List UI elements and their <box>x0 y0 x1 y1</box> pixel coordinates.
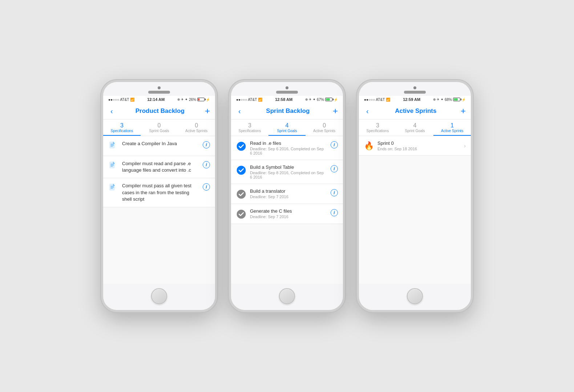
status-bar: ●●○○○ AT&T 📶 12:59 AM ⊕ ✈ ✦ 68% ⚡ <box>359 96 471 103</box>
wifi-icon: 📶 <box>130 98 134 102</box>
add-button[interactable]: + <box>461 106 466 116</box>
add-button[interactable]: + <box>205 106 210 116</box>
location-icon: ⊕ ✈ ✦ <box>305 98 316 101</box>
phone-top <box>231 82 343 96</box>
sprint-goals-count: 4 <box>270 122 304 129</box>
tab-specifications[interactable]: 3 Specifications <box>103 119 141 136</box>
home-button[interactable] <box>151 288 167 304</box>
sprint-text-block: Generate the C files Deadline: Sep 7 201… <box>250 208 327 219</box>
back-button[interactable]: ‹ <box>236 106 243 116</box>
content-area: Create a Compiler In Java i Compiler mus… <box>103 136 215 284</box>
info-button[interactable]: i <box>331 209 338 216</box>
back-button[interactable]: ‹ <box>364 106 371 116</box>
home-button[interactable] <box>407 288 423 304</box>
screen: ●●○○○ AT&T 📶 12:58 AM ⊕ ✈ ✦ 67% ⚡ ‹ Spri… <box>231 96 343 284</box>
tab-active-sprints[interactable]: 1 Active Sprints <box>433 119 471 136</box>
sprint-subtitle: Deadline: Sep 8 2016, Completed on Sep 6… <box>250 171 327 179</box>
sprint-title: Read in .e files <box>250 140 327 146</box>
phone-top <box>359 82 471 96</box>
incomplete-check-icon <box>236 209 246 219</box>
list-item: Create a Compiler In Java i <box>103 136 215 156</box>
item-text: Compiler must pass all given test cases … <box>122 183 199 203</box>
battery-percent: 67% <box>317 98 324 102</box>
battery-indicator <box>197 98 205 101</box>
status-right: ⊕ ✈ ✦ 68% ⚡ <box>433 98 466 102</box>
incomplete-check-icon <box>236 189 246 199</box>
tab-specifications[interactable]: 3 Specifications <box>231 119 268 136</box>
back-button[interactable]: ‹ <box>108 106 115 116</box>
info-button[interactable]: i <box>331 189 338 196</box>
info-button[interactable]: i <box>203 141 210 148</box>
doc-icon <box>108 141 118 151</box>
tab-sprint-goals[interactable]: 0 Sprint Goals <box>141 119 178 136</box>
info-button[interactable]: i <box>331 165 338 172</box>
status-right: ⊕ ✈ ✦ 26% ⚡ <box>177 98 210 102</box>
status-right: ⊕ ✈ ✦ 67% ⚡ <box>305 98 338 102</box>
sprint-goal-item: Build a translator Deadline: Sep 7 2016 … <box>231 184 343 204</box>
charging-icon: ⚡ <box>461 98 466 102</box>
phone-bottom <box>359 284 471 310</box>
time-display: 12:59 AM <box>403 97 420 102</box>
specifications-label: Specifications <box>233 129 267 133</box>
wifi-icon: 📶 <box>386 98 390 102</box>
time-display: 12:58 AM <box>275 97 292 102</box>
battery-indicator <box>325 98 332 101</box>
home-button[interactable] <box>279 288 295 304</box>
flame-icon: 🔥 <box>364 141 374 151</box>
tab-active-sprints[interactable]: 0 Active Sprints <box>178 119 215 136</box>
status-bar: ●●○○○ AT&T 📶 12:14 AM ⊕ ✈ ✦ 26% ⚡ <box>103 96 215 103</box>
active-sprints-label: Active Sprints <box>435 129 469 133</box>
list-item: Compiler must read and parse .e language… <box>103 156 215 178</box>
status-left: ●●○○○ AT&T 📶 <box>364 98 390 102</box>
list-item: Compiler must pass all given test cases … <box>103 178 215 207</box>
tab-active-sprints[interactable]: 0 Active Sprints <box>306 119 343 136</box>
sprint-subtitle: Deadline: Sep 6 2016, Completed on Sep 6… <box>250 147 327 155</box>
active-sprint-item[interactable]: 🔥 Sprint 0 Ends on: Sep 18 2016 › <box>359 136 471 156</box>
carrier-text: ●●○○○ AT&T <box>364 98 385 102</box>
doc-icon <box>108 161 118 171</box>
svg-point-6 <box>237 210 246 219</box>
time-display: 12:14 AM <box>147 97 165 102</box>
add-button[interactable]: + <box>333 106 338 116</box>
tab-sprint-goals[interactable]: 4 Sprint Goals <box>396 119 434 136</box>
sprint-subtitle: Deadline: Sep 7 2016 <box>250 195 327 199</box>
tab-sprint-goals[interactable]: 4 Sprint Goals <box>268 119 306 136</box>
tabs-bar: 3 Specifications 4 Sprint Goals 1 Active… <box>359 119 471 136</box>
sprint-title: Build a Symbol Table <box>250 164 327 170</box>
nav-title: Sprint Backlog <box>266 107 310 115</box>
sprint-text-block: Build a Symbol Table Deadline: Sep 8 201… <box>250 164 327 179</box>
info-button[interactable]: i <box>203 183 210 191</box>
active-sprints-count: 0 <box>307 122 341 129</box>
battery-percent: 26% <box>189 98 196 102</box>
tab-specifications[interactable]: 3 Specifications <box>359 119 396 136</box>
carrier-text: ●●○○○ AT&T <box>236 98 257 102</box>
sprint-goal-item: Generate the C files Deadline: Sep 7 201… <box>231 204 343 224</box>
specifications-count: 3 <box>360 122 395 129</box>
content-area: 🔥 Sprint 0 Ends on: Sep 18 2016 › <box>359 136 471 284</box>
active-sprints-count: 0 <box>179 122 214 129</box>
nav-bar: ‹ Active Sprints + <box>359 103 471 119</box>
specifications-count: 3 <box>233 122 267 129</box>
phone-active-sprints: ●●○○○ AT&T 📶 12:59 AM ⊕ ✈ ✦ 68% ⚡ ‹ Acti… <box>357 80 473 312</box>
camera <box>158 86 161 89</box>
speaker <box>276 91 298 94</box>
info-button[interactable]: i <box>203 161 210 168</box>
phone-bottom <box>231 284 343 310</box>
camera <box>413 86 416 89</box>
speaker <box>404 91 426 94</box>
screen: ●●○○○ AT&T 📶 12:14 AM ⊕ ✈ ✦ 26% ⚡ ‹ Prod… <box>103 96 215 284</box>
sprint-title: Generate the C files <box>250 208 327 214</box>
active-sprints-label: Active Sprints <box>307 129 341 133</box>
status-left: ●●○○○ AT&T 📶 <box>108 98 134 102</box>
status-left: ●●○○○ AT&T 📶 <box>236 98 262 102</box>
sprint-goal-item: Read in .e files Deadline: Sep 6 2016, C… <box>231 136 343 160</box>
active-sprints-count: 1 <box>435 122 469 129</box>
specifications-label: Specifications <box>105 129 139 133</box>
sprint-goal-item: Build a Symbol Table Deadline: Sep 8 201… <box>231 160 343 184</box>
nav-title: Product Backlog <box>136 107 185 115</box>
tabs-bar: 3 Specifications 4 Sprint Goals 0 Active… <box>231 119 343 136</box>
phone-top <box>103 82 215 96</box>
svg-point-3 <box>237 142 246 151</box>
wifi-icon: 📶 <box>258 98 262 102</box>
info-button[interactable]: i <box>331 141 338 148</box>
